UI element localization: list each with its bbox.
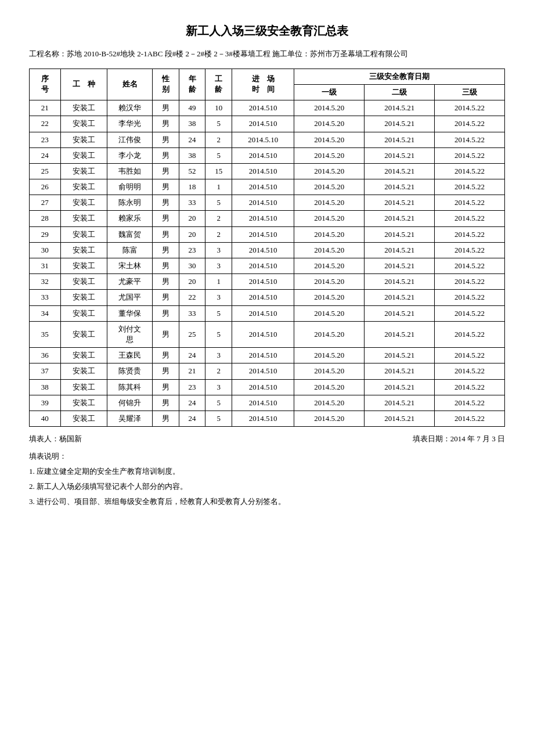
header-name: 姓名 — [107, 69, 153, 100]
notes-title: 填表说明： — [29, 449, 505, 464]
table-row: 25安装工韦胜如男52152014.5102014.5.202014.5.212… — [30, 163, 505, 179]
table-row: 22安装工李华光男3852014.5102014.5.202014.5.2120… — [30, 116, 505, 132]
notes-section: 填表说明： 1. 应建立健全定期的安全生产教育培训制度。2. 新工人入场必须填写… — [29, 449, 505, 509]
table-row: 38安装工陈其科男2332014.5102014.5.202014.5.2120… — [30, 379, 505, 395]
table-row: 39安装工何锦升男2452014.5102014.5.202014.5.2120… — [30, 395, 505, 411]
header-level3: 三级 — [435, 84, 505, 100]
table-row: 24安装工李小龙男3852014.5102014.5.202014.5.2120… — [30, 147, 505, 163]
table-row: 29安装工魏富贺男2022014.5102014.5.202014.5.2120… — [30, 226, 505, 242]
table-row: 33安装工尤国平男2232014.5102014.5.202014.5.2120… — [30, 290, 505, 305]
main-table: 序号 工 种 姓名 性别 年龄 工龄 进 场时 间 三级安全教育日期 一级 二级… — [29, 69, 505, 427]
header-seq: 序号 — [30, 69, 61, 100]
header-type: 工 种 — [60, 69, 107, 100]
table-row: 32安装工尤豪平男2012014.5102014.5.202014.5.2120… — [30, 274, 505, 290]
header-age: 年龄 — [179, 69, 205, 100]
table-row: 37安装工陈贤贵男2122014.5102014.5.202014.5.2120… — [30, 363, 505, 379]
note-item: 2. 新工人入场必须填写登记表个人部分的内容。 — [29, 479, 505, 494]
project-info: 工程名称：苏地 2010-B-52#地块 2-1ABC 段#楼 2－2#楼 2－… — [29, 48, 505, 60]
table-row: 30安装工陈富男2332014.5102014.5.202014.5.21201… — [30, 242, 505, 258]
header-level1: 一级 — [294, 84, 365, 100]
table-row: 31安装工宋土林男3032014.5102014.5.202014.5.2120… — [30, 258, 505, 274]
table-row: 26安装工俞明明男1812014.5102014.5.202014.5.2120… — [30, 179, 505, 195]
header-safety-edu: 三级安全教育日期 — [294, 69, 505, 84]
date-info: 填表日期：2014 年 7 月 3 日 — [413, 434, 505, 444]
table-row: 23安装工江伟俊男2422014.5.102014.5.202014.5.212… — [30, 132, 505, 147]
page-title: 新工人入场三级安全教育汇总表 — [29, 23, 505, 39]
table-row: 35安装工刘付文思男2552014.5102014.5.202014.5.212… — [30, 321, 505, 347]
header-entry: 进 场时 间 — [232, 69, 294, 100]
note-item: 1. 应建立健全定期的安全生产教育培训制度。 — [29, 464, 505, 479]
table-row: 40安装工吴耀泽男2452014.5102014.5.202014.5.2120… — [30, 411, 505, 426]
table-row: 21安装工赖汉华男49102014.5102014.5.202014.5.212… — [30, 100, 505, 116]
header-gender: 性别 — [153, 69, 179, 100]
filler-info: 填表人：杨国新 — [29, 434, 82, 444]
table-row: 27安装工陈永明男3352014.5102014.5.202014.5.2120… — [30, 195, 505, 211]
header-work-age: 工龄 — [205, 69, 232, 100]
footer-info: 填表人：杨国新 填表日期：2014 年 7 月 3 日 — [29, 434, 505, 444]
header-level2: 二级 — [365, 84, 435, 100]
table-row: 36安装工王森民男2432014.5102014.5.202014.5.2120… — [30, 348, 505, 363]
table-row: 28安装工赖家乐男2022014.5102014.5.202014.5.2120… — [30, 211, 505, 226]
note-item: 3. 进行公司、项目部、班组每级安全教育后，经教育人和受教育人分别签名。 — [29, 494, 505, 509]
table-row: 34安装工董华保男3352014.5102014.5.202014.5.2120… — [30, 305, 505, 321]
